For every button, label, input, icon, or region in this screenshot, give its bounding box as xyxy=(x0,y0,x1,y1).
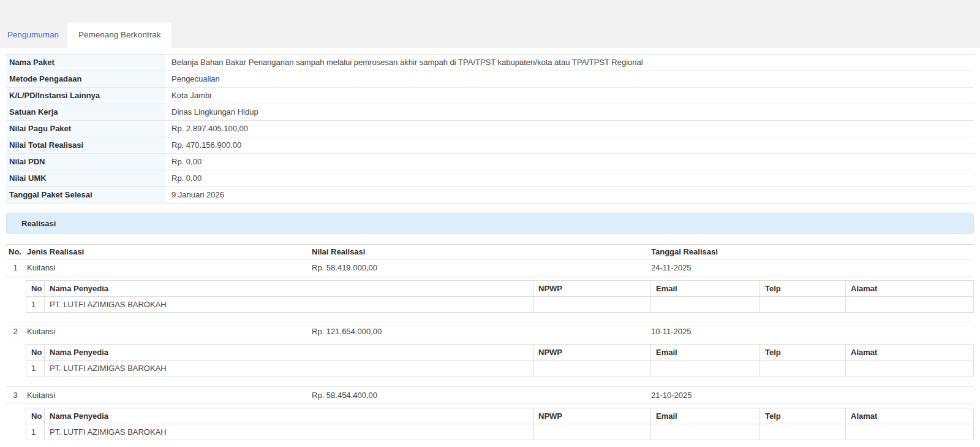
penyedia-header-telp: Telp xyxy=(760,345,846,361)
realisasi-tanggal: 21-10-2025 xyxy=(649,387,974,404)
realisasi-panel: Realisasi xyxy=(6,213,974,234)
detail-value: Dinas Lingkungan Hidup xyxy=(165,104,974,121)
penyedia-email xyxy=(651,361,760,376)
penyedia-header-no: No xyxy=(26,408,45,424)
penyedia-header-telp: Telp xyxy=(760,408,846,424)
realisasi-tanggal: 24-11-2025 xyxy=(649,259,974,277)
realisasi-jenis: Kuitansi xyxy=(24,259,309,277)
penyedia-no: 1 xyxy=(26,361,45,376)
penyedia-header-npwp: NPWP xyxy=(533,345,651,361)
penyedia-email xyxy=(651,297,760,313)
penyedia-nama: PT. LUTFI AZIMIGAS BAROKAH xyxy=(45,361,533,376)
penyedia-header-nama: Nama Penyedia xyxy=(45,408,533,424)
penyedia-no: 1 xyxy=(26,297,45,313)
detail-value: Belanja Bahan Bakar Penanganan sampah me… xyxy=(165,55,974,71)
realisasi-header-jenis: Jenis Realisasi xyxy=(24,245,309,259)
detail-row: K/L/PD/Instansi Lainnya Kota Jambi xyxy=(6,88,974,104)
penyedia-header-alamat: Alamat xyxy=(846,345,974,361)
detail-row: Nilai Pagu Paket Rp. 2.897.405.100,00 xyxy=(6,121,974,137)
penyedia-table: No Nama Penyedia NPWP Email Telp Alamat … xyxy=(26,344,974,376)
realisasi-header-no: No. xyxy=(6,245,24,259)
penyedia-header-email: Email xyxy=(651,345,760,361)
realisasi-tanggal: 10-11-2025 xyxy=(649,323,974,340)
penyedia-header-alamat: Alamat xyxy=(846,408,974,424)
realisasi-table-header: No. Jenis Realisasi Nilai Realisasi Tang… xyxy=(6,244,974,259)
penyedia-table: No Nama Penyedia NPWP Email Telp Alamat … xyxy=(26,280,974,313)
penyedia-no: 1 xyxy=(26,424,45,440)
detail-row: Metode Pengadaan Pengecualian xyxy=(6,71,974,88)
realisasi-no: 2 xyxy=(6,323,24,340)
content-area: Nama Paket Belanja Bahan Bakar Penangana… xyxy=(0,54,980,440)
penyedia-header-nama: Nama Penyedia xyxy=(45,281,533,297)
penyedia-row: 1 PT. LUTFI AZIMIGAS BAROKAH xyxy=(26,297,974,313)
detail-value: 9 Januari 2026 xyxy=(165,187,974,204)
penyedia-row: 1 PT. LUTFI AZIMIGAS BAROKAH xyxy=(26,424,974,440)
detail-row: Nama Paket Belanja Bahan Bakar Penangana… xyxy=(6,55,974,71)
detail-label: Nama Paket xyxy=(6,55,165,71)
penyedia-header-npwp: NPWP xyxy=(533,281,651,297)
penyedia-header-no: No xyxy=(26,281,45,297)
realisasi-jenis: Kuitansi xyxy=(24,387,309,404)
detail-row: Nilai Total Realisasi Rp. 470.156.900,00 xyxy=(6,137,974,154)
penyedia-alamat xyxy=(846,424,974,440)
detail-label: Nilai Pagu Paket xyxy=(6,121,165,137)
realisasi-no: 3 xyxy=(6,387,24,404)
penyedia-email xyxy=(651,424,760,440)
detail-row: Satuan Kerja Dinas Lingkungan Hidup xyxy=(6,104,974,121)
penyedia-table: No Nama Penyedia NPWP Email Telp Alamat … xyxy=(26,408,974,440)
detail-label: Nilai Total Realisasi xyxy=(6,137,165,154)
penyedia-header-alamat: Alamat xyxy=(846,281,974,297)
detail-label: Nilai UMK xyxy=(6,170,165,187)
realisasi-header-tanggal: Tanggal Realisasi xyxy=(649,245,974,259)
penyedia-npwp xyxy=(533,424,651,440)
realisasi-header-nilai: Nilai Realisasi xyxy=(309,245,649,259)
penyedia-header-email: Email xyxy=(651,281,760,297)
detail-value: Rp. 470.156.900,00 xyxy=(165,137,974,154)
detail-value: Rp. 0,00 xyxy=(165,170,974,187)
penyedia-alamat xyxy=(846,297,974,313)
penyedia-telp xyxy=(760,424,846,440)
penyedia-header-nama: Nama Penyedia xyxy=(45,345,533,361)
realisasi-nilai: Rp. 121.654.000,00 xyxy=(309,323,649,340)
penyedia-nama: PT. LUTFI AZIMIGAS BAROKAH xyxy=(45,424,533,440)
detail-label: K/L/PD/Instansi Lainnya xyxy=(6,88,165,104)
penyedia-npwp xyxy=(533,361,651,376)
penyedia-header-telp: Telp xyxy=(760,281,846,297)
detail-value: Rp. 0,00 xyxy=(165,154,974,170)
realisasi-nilai: Rp. 58.454.400,00 xyxy=(309,387,649,404)
tab-bar: Pengumuman Pemenang Berkontrak xyxy=(0,0,980,48)
detail-label: Satuan Kerja xyxy=(6,104,165,121)
penyedia-npwp xyxy=(533,297,651,313)
penyedia-row: 1 PT. LUTFI AZIMIGAS BAROKAH xyxy=(26,361,974,376)
penyedia-telp xyxy=(760,297,846,313)
realisasi-no: 1 xyxy=(6,259,24,277)
tab-pemenang-berkontrak[interactable]: Pemenang Berkontrak xyxy=(67,23,172,48)
penyedia-header-npwp: NPWP xyxy=(533,408,651,424)
realisasi-jenis: Kuitansi xyxy=(24,323,309,340)
detail-value: Pengecualian xyxy=(165,71,974,88)
detail-value: Rp. 2.897.405.100,00 xyxy=(165,121,974,137)
detail-label: Metode Pengadaan xyxy=(6,71,165,88)
detail-row: Nilai PDN Rp. 0,00 xyxy=(6,154,974,170)
realisasi-row: 3 Kuitansi Rp. 58.454.400,00 21-10-2025 xyxy=(6,386,974,404)
penyedia-header-no: No xyxy=(26,345,45,361)
realisasi-row: 2 Kuitansi Rp. 121.654.000,00 10-11-2025 xyxy=(6,323,974,340)
penyedia-nama: PT. LUTFI AZIMIGAS BAROKAH xyxy=(45,297,533,313)
tab-pengumuman[interactable]: Pengumuman xyxy=(6,23,67,48)
penyedia-telp xyxy=(760,361,846,376)
tabs: Pengumuman Pemenang Berkontrak xyxy=(6,23,172,48)
penyedia-header-email: Email xyxy=(651,408,760,424)
detail-label: Nilai PDN xyxy=(6,154,165,170)
detail-label: Tanggal Paket Selesai xyxy=(6,187,165,204)
package-details-table: Nama Paket Belanja Bahan Bakar Penangana… xyxy=(6,54,974,204)
realisasi-nilai: Rp. 58.419.000,00 xyxy=(309,259,649,277)
realisasi-row: 1 Kuitansi Rp. 58.419.000,00 24-11-2025 xyxy=(6,259,974,277)
detail-row: Nilai UMK Rp. 0,00 xyxy=(6,170,974,187)
penyedia-alamat xyxy=(846,361,974,376)
detail-row: Tanggal Paket Selesai 9 Januari 2026 xyxy=(6,187,974,204)
detail-value: Kota Jambi xyxy=(165,88,974,104)
realisasi-panel-title: Realisasi xyxy=(21,219,56,228)
